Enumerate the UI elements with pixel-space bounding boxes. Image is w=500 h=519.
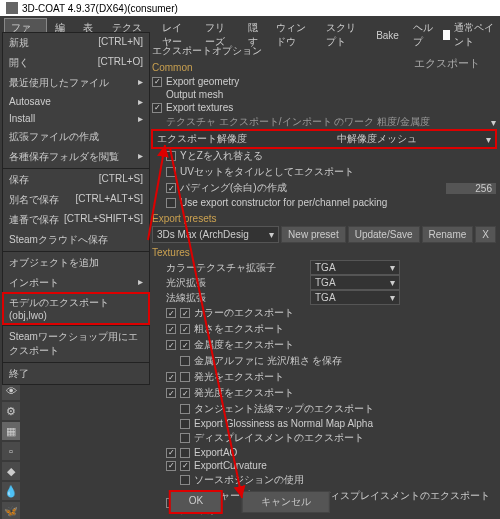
chk-ao[interactable] [166,448,176,458]
section-common: Common [152,62,496,73]
chk2-emit-exp[interactable] [180,372,190,382]
padding-value[interactable]: 256 [446,183,496,194]
btn-rename[interactable]: Rename [422,226,474,243]
chk-padding[interactable] [166,183,176,193]
window-title: 3D-COAT 4.9.37(DX64)(consumer) [22,3,178,14]
paint-mode-checkbox[interactable] [443,30,451,40]
menu-save-steam[interactable]: Steamクラウドへ保存 [3,230,149,250]
dd-color-ext[interactable]: TGA▾ [310,260,400,275]
menu-bake[interactable]: Bake [370,28,405,43]
chk-disp-exp[interactable] [180,433,190,443]
chk-gloss-normal[interactable] [180,419,190,429]
chk-metal-alpha[interactable] [180,356,190,366]
menu-open[interactable]: 開く[CTRL+O] [3,53,149,73]
chk2-curv[interactable] [180,461,190,471]
chk-color-exp[interactable] [166,308,176,318]
menu-exit[interactable]: 終了 [3,364,149,384]
tool-wing-icon[interactable]: 🦋 [2,502,20,519]
menu-import[interactable]: インポート▸ [3,273,149,293]
menu-export-steam[interactable]: Steamワークショップ用にエクスポート [3,327,149,361]
tool-drop-icon[interactable]: 💧 [2,482,20,500]
chk-use-constructor[interactable] [166,198,176,208]
menu-new[interactable]: 新規[CTRL+N] [3,33,149,53]
tool-grid-icon[interactable]: ▦ [2,422,20,440]
chk2-rough-exp[interactable] [180,324,190,334]
chk-curv[interactable] [166,461,176,471]
menu-recent[interactable]: 最近使用したファイル▸ [3,73,149,93]
chk2-ao[interactable] [180,448,190,458]
menu-save-as[interactable]: 別名で保存[CTRL+ALT+S] [3,190,149,210]
chk-tangent-normal[interactable] [180,404,190,414]
chk-source-pos[interactable] [180,475,190,485]
tool-gear-icon[interactable]: ⚙ [2,402,20,420]
chevron-down-icon[interactable]: ▾ [491,117,496,128]
label-tex-work: テクスチャ エクスポート/インポート のワーク 粗度/金属度 [166,115,430,129]
section-textures: Textures [152,247,496,258]
chk2-color-exp[interactable] [180,308,190,318]
menu-save-inc[interactable]: 連番で保存[CTRL+SHIFT+S] [3,210,149,230]
chk-export-geometry[interactable] [152,77,162,87]
tool-box-icon[interactable]: ▫ [2,442,20,460]
chk2-emitdeg-exp[interactable] [180,388,190,398]
btn-new-preset[interactable]: New preset [281,226,346,243]
menu-export-model[interactable]: モデルのエクスポート(obj,lwo) [3,293,149,324]
cancel-button[interactable]: キャンセル [242,491,330,513]
menu-install[interactable]: Install▸ [3,110,149,127]
menu-create-ext[interactable]: 拡張ファイルの作成 [3,127,149,147]
menu-autosave[interactable]: Autosave▸ [3,93,149,110]
ok-button[interactable]: OK [170,491,222,513]
menu-browse-folders[interactable]: 各種保存フォルダを閲覧▸ [3,147,149,167]
label-output-mesh: Output mesh [166,89,223,100]
chk-emitdeg-exp[interactable] [166,388,176,398]
dialog-footer: OK キャンセル [170,491,330,513]
tool-shape-icon[interactable]: ◆ [2,462,20,480]
chk-swap-yz[interactable] [166,151,176,161]
export-options-title: エクスポートオプション [152,44,496,58]
menu-save[interactable]: 保存[CTRL+S] [3,170,149,190]
chk-uv-tile[interactable] [166,167,176,177]
chk-export-textures[interactable] [152,103,162,113]
dd-export-resolution[interactable]: エクスポート解像度 中解像度メッシュ ▾ [152,130,496,148]
btn-delete-preset[interactable]: X [475,226,496,243]
file-menu-dropdown: 新規[CTRL+N] 開く[CTRL+O] 最近使用したファイル▸ Autosa… [2,32,150,385]
export-options-panel: エクスポートオプション Common Export geometry Outpu… [152,44,496,515]
chk2-metal-exp[interactable] [180,340,190,350]
dd-gloss-ext[interactable]: TGA▾ [310,275,400,290]
chk-metal-exp[interactable] [166,340,176,350]
dd-preset[interactable]: 3Ds Max (ArchDesig▾ [152,226,279,243]
chevron-down-icon: ▾ [486,134,491,145]
app-icon [6,2,18,14]
chk-emit-exp[interactable] [166,372,176,382]
chk-rough-exp[interactable] [166,324,176,334]
dd-normal-ext[interactable]: TGA▾ [310,290,400,305]
btn-update-save[interactable]: Update/Save [348,226,420,243]
menu-add-object[interactable]: オブジェクトを追加 [3,253,149,273]
section-presets: Export presets [152,213,496,224]
window-titlebar: 3D-COAT 4.9.37(DX64)(consumer) [0,0,500,16]
